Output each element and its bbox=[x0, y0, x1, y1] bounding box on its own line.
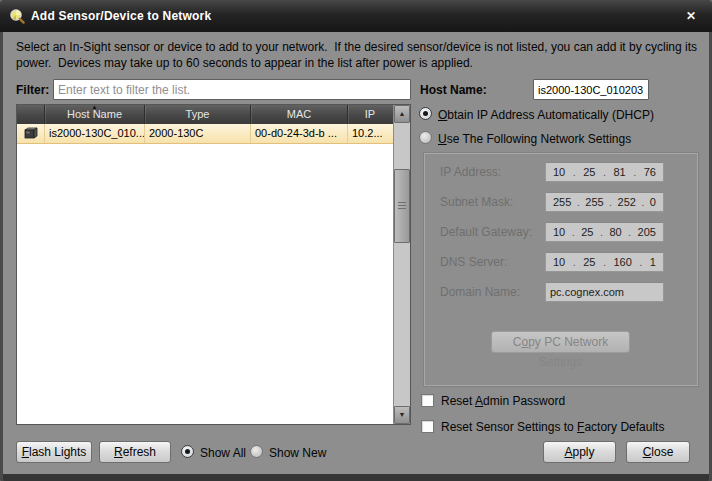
column-header-type[interactable]: Type bbox=[145, 105, 251, 124]
subnet-mask-field: 255. 255. 252. 0 bbox=[545, 192, 664, 212]
radio-show-new-label[interactable]: Show New bbox=[269, 446, 326, 460]
column-header-ip[interactable]: IP bbox=[348, 105, 392, 124]
octet: 160 bbox=[614, 256, 632, 268]
dialog-title: Add Sensor/Device to Network bbox=[31, 0, 211, 32]
apply-button[interactable]: Apply bbox=[543, 441, 616, 463]
default-gateway-row: Default Gateway: 10. 25. 80. 205 bbox=[425, 222, 697, 242]
octet-dot: . bbox=[628, 226, 631, 238]
close-icon[interactable]: ✕ bbox=[686, 0, 696, 32]
scroll-down-icon[interactable]: ▼ bbox=[394, 406, 410, 424]
radio-show-new[interactable] bbox=[250, 445, 263, 458]
subnet-mask-label: Subnet Mask: bbox=[440, 192, 513, 212]
default-gateway-label: Default Gateway: bbox=[440, 222, 532, 242]
cell-mac: 00-d0-24-3d-b ... bbox=[251, 124, 348, 143]
reset-admin-checkbox[interactable] bbox=[421, 394, 434, 407]
default-gateway-field: 10. 25. 80. 205 bbox=[545, 222, 664, 242]
filter-label: Filter: bbox=[16, 83, 49, 97]
octet-dot: . bbox=[641, 196, 644, 208]
radio-dhcp-label[interactable]: Obtain IP Address Automatically (DHCP) bbox=[438, 108, 654, 122]
title-bar[interactable]: Add Sensor/Device to Network ✕ bbox=[0, 0, 712, 32]
subnet-mask-row: Subnet Mask: 255. 255. 252. 0 bbox=[425, 192, 697, 212]
octet: 25 bbox=[581, 226, 593, 238]
table-scrollbar[interactable]: ▲ ▼ bbox=[393, 105, 410, 424]
sensor-camera-icon bbox=[17, 124, 45, 143]
octet: 25 bbox=[583, 256, 595, 268]
cell-host-name: is2000-130C_010... bbox=[45, 124, 145, 143]
domain-name-row: Domain Name: pc.cognex.com bbox=[425, 282, 697, 302]
octet: 81 bbox=[614, 166, 626, 178]
octet-dot: . bbox=[600, 226, 603, 238]
cell-type: 2000-130C bbox=[145, 124, 251, 143]
octet: 255 bbox=[553, 196, 571, 208]
octet: 255 bbox=[585, 196, 603, 208]
octet: 1 bbox=[650, 256, 656, 268]
ip-address-row: IP Address: 10. 25. 81. 76 bbox=[425, 162, 697, 182]
octet: 205 bbox=[638, 226, 656, 238]
network-settings-group: IP Address: 10. 25. 81. 76 Subnet Mask: … bbox=[424, 153, 698, 386]
reset-factory-label[interactable]: Reset Sensor Settings to Factory Default… bbox=[441, 420, 664, 434]
reset-admin-label[interactable]: Reset Admin Password bbox=[441, 394, 565, 408]
octet: 10 bbox=[553, 226, 565, 238]
cell-ip: 10.2... bbox=[348, 124, 392, 143]
octet: 80 bbox=[609, 226, 621, 238]
flash-lights-button[interactable]: Flash Lights bbox=[16, 441, 92, 463]
dns-server-label: DNS Server: bbox=[440, 252, 507, 272]
radio-static-label[interactable]: Use The Following Network Settings bbox=[438, 132, 631, 146]
octet-dot: . bbox=[633, 166, 636, 178]
table-row[interactable]: is2000-130C_010... 2000-130C 00-d0-24-3d… bbox=[17, 124, 410, 144]
domain-name-field: pc.cognex.com bbox=[545, 282, 664, 302]
octet-dot: . bbox=[577, 196, 580, 208]
octet-dot: . bbox=[609, 196, 612, 208]
radio-show-all-label[interactable]: Show All bbox=[200, 446, 246, 460]
magnifier-app-icon bbox=[9, 8, 26, 25]
radio-show-all[interactable] bbox=[181, 445, 194, 458]
octet-dot: . bbox=[603, 256, 606, 268]
radio-dhcp[interactable] bbox=[419, 107, 432, 120]
instruction-text: Select an In-Sight sensor or device to a… bbox=[16, 39, 704, 71]
device-table: ▲ Host Name Type MAC IP is2000-130C_010.… bbox=[16, 104, 411, 425]
add-sensor-dialog: Add Sensor/Device to Network ✕ Select an… bbox=[0, 0, 712, 481]
ip-address-label: IP Address: bbox=[440, 162, 501, 182]
octet-dot: . bbox=[572, 226, 575, 238]
column-header-icon[interactable] bbox=[17, 105, 45, 124]
octet: 252 bbox=[618, 196, 636, 208]
radio-static[interactable] bbox=[419, 131, 432, 144]
octet: 76 bbox=[644, 166, 656, 178]
domain-name-label: Domain Name: bbox=[440, 282, 520, 302]
column-header-mac[interactable]: MAC bbox=[251, 105, 348, 124]
column-header-host-name[interactable]: ▲ Host Name bbox=[45, 105, 145, 124]
octet-dot: . bbox=[573, 166, 576, 178]
sort-ascending-icon: ▲ bbox=[92, 103, 98, 111]
device-table-header: ▲ Host Name Type MAC IP bbox=[17, 105, 410, 124]
octet-dot: . bbox=[603, 166, 606, 178]
octet-dot: . bbox=[573, 256, 576, 268]
scroll-up-icon[interactable]: ▲ bbox=[394, 105, 410, 123]
octet: 0 bbox=[650, 196, 656, 208]
copy-pc-network-settings-button[interactable]: Copy PC Network Settings bbox=[491, 331, 630, 353]
host-name-label: Host Name: bbox=[420, 83, 487, 97]
dns-server-field: 10. 25. 160. 1 bbox=[545, 252, 664, 272]
octet: 10 bbox=[553, 256, 565, 268]
refresh-button[interactable]: Refresh bbox=[99, 441, 171, 463]
host-name-input[interactable] bbox=[533, 79, 649, 100]
reset-factory-checkbox[interactable] bbox=[421, 420, 434, 433]
dns-server-row: DNS Server: 10. 25. 160. 1 bbox=[425, 252, 697, 272]
octet: 25 bbox=[583, 166, 595, 178]
octet: 10 bbox=[553, 166, 565, 178]
filter-input[interactable] bbox=[53, 79, 411, 100]
ip-address-field: 10. 25. 81. 76 bbox=[545, 162, 664, 182]
close-button[interactable]: Close bbox=[626, 441, 690, 463]
scrollbar-thumb[interactable] bbox=[394, 169, 410, 243]
octet-dot: . bbox=[639, 256, 642, 268]
